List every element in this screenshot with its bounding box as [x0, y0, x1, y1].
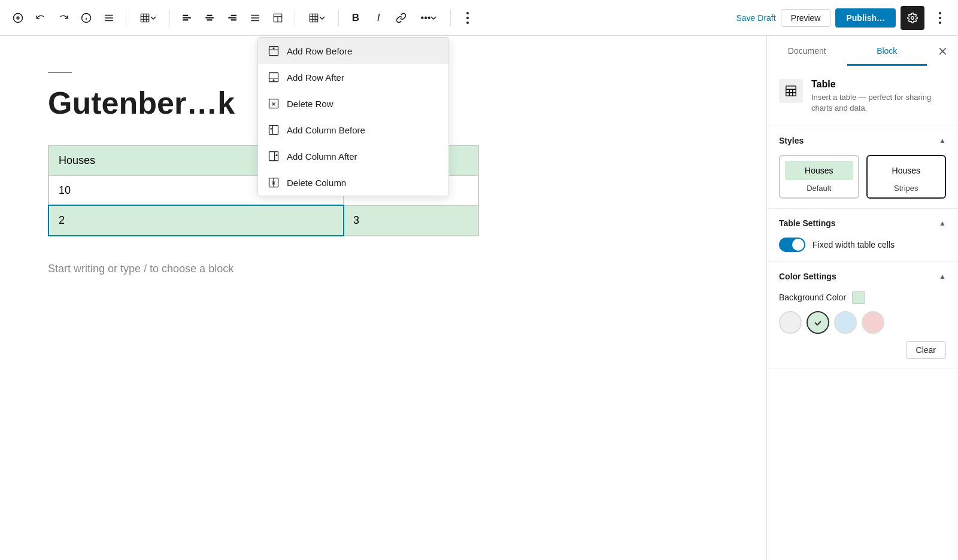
block-desc: Insert a table — perfect for sharing cha…	[811, 92, 946, 114]
style-default-preview: Houses	[785, 161, 853, 180]
style-default-label: Default	[785, 184, 853, 193]
redo-button[interactable]	[53, 7, 74, 29]
link-button[interactable]	[390, 7, 412, 29]
table-settings-chevron-icon: ▲	[939, 219, 946, 227]
add-col-before-icon	[268, 124, 280, 136]
styles-section-header[interactable]: Styles ▲	[779, 136, 946, 145]
svg-rect-52	[269, 126, 278, 135]
styles-title: Styles	[779, 136, 804, 145]
svg-rect-17	[207, 14, 213, 16]
main-layout: Gutenber…k Houses 10 5 2 3	[0, 36, 958, 560]
cell-settings-button[interactable]	[267, 7, 289, 29]
toolbar: B I ••• Save Draft Preview Publish…	[0, 0, 958, 36]
save-draft-button[interactable]: Save Draft	[736, 13, 776, 23]
toolbar-left-group	[7, 7, 120, 29]
add-row-after-item[interactable]: Add Row After	[258, 64, 448, 90]
add-col-after-icon	[268, 150, 280, 162]
toolbar-align-group	[176, 7, 289, 29]
start-writing-prompt[interactable]: Start writing or type / to choose a bloc…	[48, 263, 718, 275]
add-block-button[interactable]	[7, 7, 29, 29]
color-swatch-blue[interactable]	[834, 311, 857, 334]
styles-section: Styles ▲ Houses Default Houses Stripes	[767, 126, 958, 209]
style-default-option[interactable]: Houses Default	[779, 155, 859, 199]
add-row-before-label: Add Row Before	[287, 46, 352, 56]
delete-col-icon	[268, 176, 280, 188]
add-col-before-item[interactable]: Add Column Before	[258, 117, 448, 143]
toolbar-sep-2	[169, 10, 170, 26]
block-more-button[interactable]	[457, 7, 478, 29]
add-col-after-item[interactable]: Add Column After	[258, 143, 448, 169]
table-settings-section: Table Settings ▲ Fixed width table cells	[767, 209, 958, 262]
style-stripes-preview: Houses	[872, 161, 941, 180]
sidebar-header: Document Block ✕	[767, 36, 958, 67]
color-swatch-white[interactable]	[779, 311, 802, 334]
bg-color-label: Background Color	[779, 293, 846, 302]
add-row-before-item[interactable]: Add Row Before	[258, 38, 448, 64]
style-stripes-label: Stripes	[872, 184, 941, 193]
table-type-button[interactable]	[132, 7, 163, 29]
add-row-after-icon	[268, 71, 280, 83]
color-swatch-pink[interactable]	[862, 311, 884, 334]
align-center-button[interactable]	[199, 7, 220, 29]
settings-button[interactable]	[901, 6, 924, 30]
toolbar-table-group	[132, 7, 163, 29]
svg-point-37	[911, 16, 914, 19]
undo-button[interactable]	[30, 7, 51, 29]
clear-button[interactable]: Clear	[906, 341, 946, 359]
svg-rect-14	[183, 14, 188, 16]
svg-point-36	[466, 22, 469, 24]
fixed-width-label: Fixed width table cells	[813, 240, 895, 249]
table-row: 2 3	[49, 206, 478, 236]
color-settings-section: Color Settings ▲ Background Color Clear	[767, 262, 958, 369]
svg-rect-20	[231, 14, 237, 16]
align-wide-button[interactable]	[244, 7, 266, 29]
color-swatch-green[interactable]	[807, 311, 829, 334]
more-format-button[interactable]: •••	[413, 7, 444, 29]
toolbar-sep-4	[338, 10, 339, 26]
list-view-button[interactable]	[98, 7, 120, 29]
add-col-after-label: Add Column After	[287, 151, 357, 162]
add-row-before-icon	[268, 45, 280, 57]
toolbar-overflow-button[interactable]	[929, 7, 951, 29]
style-stripes-option[interactable]: Houses Stripes	[866, 155, 947, 199]
tab-block[interactable]: Block	[847, 38, 927, 66]
svg-point-35	[466, 17, 469, 19]
tab-document[interactable]: Document	[767, 38, 847, 66]
delete-col-label: Delete Column	[287, 178, 346, 188]
italic-button[interactable]: I	[368, 7, 389, 29]
bg-color-swatch[interactable]	[852, 291, 865, 304]
delete-row-label: Delete Row	[287, 99, 334, 109]
delete-col-item[interactable]: Delete Column	[258, 169, 448, 196]
svg-rect-19	[207, 19, 213, 20]
table-cell-3[interactable]: 3	[343, 206, 478, 236]
fixed-width-toggle[interactable]	[779, 238, 805, 252]
align-right-button[interactable]	[222, 7, 243, 29]
svg-rect-22	[231, 19, 237, 20]
styles-chevron-icon: ▲	[939, 136, 946, 145]
svg-rect-21	[228, 17, 237, 18]
color-swatches-row	[779, 311, 946, 334]
checkmark-icon	[814, 318, 822, 327]
block-icon	[779, 79, 803, 103]
toolbar-sep-5	[450, 10, 451, 26]
preview-button[interactable]: Preview	[781, 9, 831, 27]
table-settings-header[interactable]: Table Settings ▲	[779, 218, 946, 228]
add-col-before-label: Add Column Before	[287, 125, 365, 135]
table-settings-button[interactable]	[301, 7, 332, 29]
publish-button[interactable]: Publish…	[835, 8, 896, 28]
delete-row-item[interactable]: Delete Row	[258, 90, 448, 117]
table-context-menu: Add Row Before Add Row After Delete Row …	[257, 37, 449, 196]
block-info-text: Table Insert a table — perfect for shari…	[811, 79, 946, 114]
align-left-button[interactable]	[176, 7, 198, 29]
svg-point-38	[939, 12, 941, 14]
close-sidebar-button[interactable]: ✕	[932, 41, 953, 62]
table-cell-2[interactable]: 2	[49, 206, 343, 236]
delete-row-icon	[268, 98, 280, 109]
svg-rect-9	[141, 14, 149, 22]
sidebar: Document Block ✕ Table Insert a table — …	[766, 36, 958, 560]
bold-button[interactable]: B	[345, 7, 366, 29]
fixed-width-row: Fixed width table cells	[779, 238, 946, 252]
info-button[interactable]	[75, 7, 97, 29]
color-settings-header[interactable]: Color Settings ▲	[779, 272, 946, 281]
svg-rect-64	[786, 86, 796, 96]
